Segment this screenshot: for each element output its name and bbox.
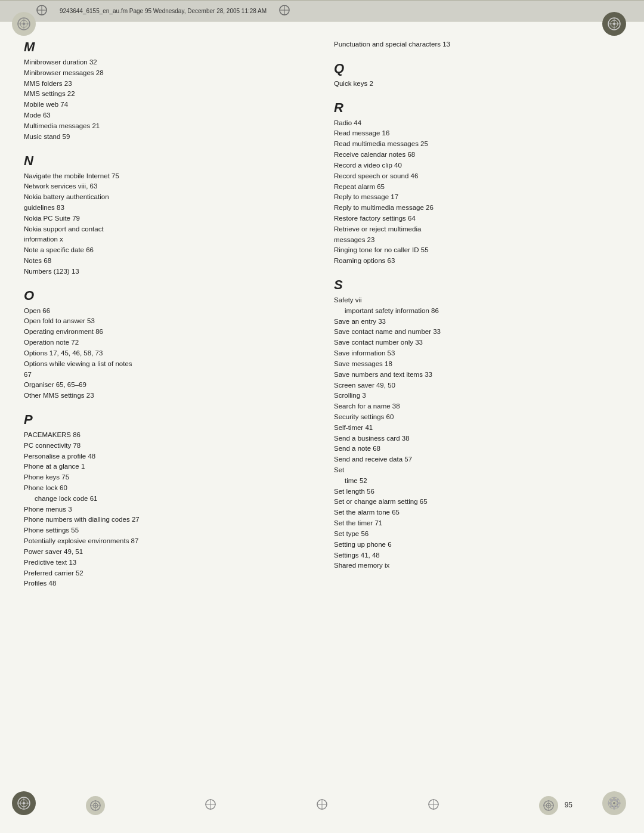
entry-send-note: Send a note 68 (334, 444, 620, 454)
letter-n: N (24, 153, 310, 169)
entry-save-messages: Save messages 18 (334, 359, 620, 370)
entry-change-lock-code: change lock code 61 (24, 494, 310, 504)
entry-phone-settings: Phone settings 55 (24, 525, 310, 536)
svg-point-47 (613, 806, 615, 810)
entry-operating-environment: Operating environment 86 (24, 327, 310, 337)
entry-minibrowser-messages: Minibrowser messages 28 (24, 68, 310, 79)
entry-retrieve-reject-page: messages 23 (334, 235, 620, 246)
content-area: M Minibrowser duration 32 Minibrowser me… (0, 39, 644, 600)
entry-personalise-profile: Personalise a profile 48 (24, 451, 310, 462)
entry-options-viewing-notes: Options while viewing a list of notes (24, 359, 310, 370)
bottom-mark-center (316, 798, 328, 813)
entry-mms-folders: MMS folders 23 (24, 79, 310, 89)
entry-shared-memory: Shared memory ix (334, 561, 620, 571)
entry-scrolling: Scrolling 3 (334, 391, 620, 401)
s-entries: Safety vii important safety information … (334, 295, 620, 571)
entry-options-viewing-notes-page: 67 (24, 370, 310, 380)
letter-q: Q (334, 61, 620, 76)
entry-send-business-card: Send a business card 38 (334, 433, 620, 444)
entry-read-multimedia: Read multimedia messages 25 (334, 139, 620, 150)
entry-network-services: Network services viii, 63 (24, 181, 310, 192)
o-entries: Open 66 Open fold to answer 53 Operating… (24, 306, 310, 401)
entry-set-alarm-tone: Set the alarm tone 65 (334, 507, 620, 518)
entry-open-fold: Open fold to answer 53 (24, 316, 310, 327)
entry-save-numbers-text: Save numbers and text items 33 (334, 370, 620, 380)
section-p: P PACEMAKERS 86 PC connectivity 78 Perso… (24, 412, 310, 589)
entry-nokia-battery-auth: Nokia battery authentication (24, 192, 310, 203)
corner-decoration-bl (12, 791, 42, 821)
entry-operation-note: Operation note 72 (24, 337, 310, 348)
entry-nokia-support: Nokia support and contact (24, 224, 310, 235)
section-s: S Safety vii important safety informatio… (334, 277, 620, 571)
entry-mode: Mode 63 (24, 110, 310, 121)
entry-potentially-explosive: Potentially explosive environments 87 (24, 536, 310, 547)
entry-phone-at-glance: Phone at a glance 1 (24, 462, 310, 472)
n-entries: Navigate the mobile Internet 75 Network … (24, 171, 310, 277)
entry-pc-connectivity: PC connectivity 78 (24, 441, 310, 451)
entry-profiles: Profiles 48 (24, 578, 310, 589)
entry-save-contact-number: Save contact number only 33 (334, 337, 620, 348)
p-entries: PACEMAKERS 86 PC connectivity 78 Persona… (24, 430, 310, 589)
entry-ringing-tone: Ringing tone for no caller ID 55 (334, 245, 620, 256)
entry-mobile-web: Mobile web 74 (24, 100, 310, 110)
entry-other-mms-settings: Other MMS settings 23 (24, 391, 310, 401)
entry-receive-calendar-notes: Receive calendar notes 68 (334, 150, 620, 160)
entry-roaming-options: Roaming options 63 (334, 256, 620, 267)
entry-set-change-alarm: Set or change alarm setting 65 (334, 497, 620, 507)
entry-pacemakers: PACEMAKERS 86 (24, 430, 310, 441)
corner-decoration-tr (602, 12, 632, 42)
entry-phone-keys: Phone keys 75 (24, 472, 310, 483)
bottom-marks (0, 796, 644, 815)
letter-o: O (24, 288, 310, 304)
entry-options: Options 17, 45, 46, 58, 73 (24, 348, 310, 359)
entry-record-speech: Record speech or sound 46 (334, 171, 620, 182)
entry-save-entry: Save an entry 33 (334, 317, 620, 327)
section-o: O Open 66 Open fold to answer 53 Operati… (24, 288, 310, 401)
entry-reply-message: Reply to message 17 (334, 192, 620, 203)
corner-decoration-br (602, 791, 632, 821)
entry-nokia-pc-suite: Nokia PC Suite 79 (24, 213, 310, 224)
entry-set-length: Set length 56 (334, 487, 620, 497)
m-entries: Minibrowser duration 32 Minibrowser mess… (24, 57, 310, 143)
entry-settings: Settings 41, 48 (334, 550, 620, 561)
section-m: M Minibrowser duration 32 Minibrowser me… (24, 39, 310, 143)
entry-repeat-alarm: Repeat alarm 65 (334, 182, 620, 193)
entry-nokia-battery-auth-guidelines: guidelines 83 (24, 203, 310, 213)
entry-notes: Notes 68 (24, 256, 310, 267)
letter-s: S (334, 277, 620, 293)
page: 9243644_6155_en_au.fm Page 95 Wednesday,… (0, 0, 644, 833)
right-column: Punctuation and special characters 13 Q … (334, 39, 620, 600)
entry-music-stand: Music stand 59 (24, 132, 310, 143)
letter-m: M (24, 39, 310, 55)
svg-point-43 (613, 797, 615, 801)
svg-point-49 (608, 802, 612, 804)
entry-send-receive-data: Send and receive data 57 (334, 454, 620, 465)
bottom-mark-center-right (428, 798, 439, 813)
section-r: R Radio 44 Read message 16 Read multimed… (334, 100, 620, 267)
q-entries: Quick keys 2 (334, 79, 620, 89)
entry-setting-up-phone: Setting up phone 6 (334, 540, 620, 550)
header-alignment-right (278, 4, 290, 17)
entry-nokia-support-info: information x (24, 234, 310, 245)
entry-note-specific-date: Note a specific date 66 (24, 245, 310, 256)
entry-phone-lock: Phone lock 60 (24, 483, 310, 494)
header-bar: 9243644_6155_en_au.fm Page 95 Wednesday,… (0, 0, 644, 21)
entry-safety: Safety vii (334, 295, 620, 306)
entry-preferred-carrier: Preferred carrier 52 (24, 568, 310, 579)
corner-decoration-tl (12, 12, 42, 42)
entry-search-name: Search for a name 38 (334, 401, 620, 412)
section-q: Q Quick keys 2 (334, 61, 620, 89)
svg-point-45 (617, 802, 621, 804)
section-n: N Navigate the mobile Internet 75 Networ… (24, 153, 310, 277)
entry-minibrowser-duration: Minibrowser duration 32 (24, 57, 310, 68)
entry-power-saver: Power saver 49, 51 (24, 547, 310, 558)
p-continued-entries: Punctuation and special characters 13 (334, 39, 620, 50)
entry-read-message: Read message 16 (334, 128, 620, 139)
entry-quick-keys: Quick keys 2 (334, 79, 620, 89)
entry-organiser: Organiser 65, 65–69 (24, 380, 310, 391)
entry-punctuation-special: Punctuation and special characters 13 (334, 39, 620, 50)
entry-save-contact-name: Save contact name and number 33 (334, 327, 620, 337)
entry-phone-numbers-dialling: Phone numbers with dialling codes 27 (24, 515, 310, 525)
bottom-mark-left (86, 796, 105, 815)
bottom-mark-center-left (205, 798, 216, 813)
